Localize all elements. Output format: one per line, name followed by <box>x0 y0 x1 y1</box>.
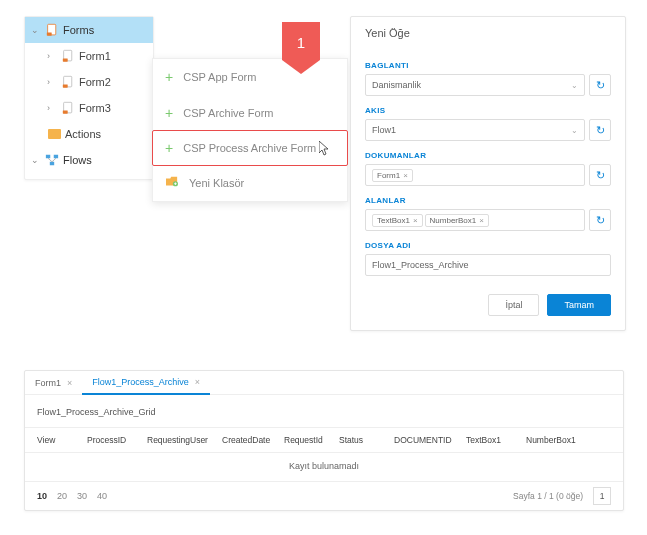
baglanti-select[interactable]: Danismanlik ⌄ <box>365 74 585 96</box>
akis-select[interactable]: Flow1 ⌄ <box>365 119 585 141</box>
dosya-adi-input[interactable]: Flow1_Process_Archive <box>365 254 611 276</box>
field-label-alanlar: ALANLAR <box>365 196 611 205</box>
tree-view: ⌄ Forms › Form1 › Form2 › Form3 Actions … <box>24 16 154 180</box>
tree-label: Form2 <box>79 76 111 88</box>
col-status[interactable]: Status <box>339 435 394 445</box>
col-processid[interactable]: ProcessID <box>87 435 147 445</box>
chevron-down-icon: ⌄ <box>571 126 578 135</box>
context-menu: + CSP App Form + CSP Archive Form + CSP … <box>152 58 348 202</box>
col-numberbox1[interactable]: NumberBox1 <box>526 435 596 445</box>
menu-label: CSP Archive Form <box>183 107 273 119</box>
col-createddate[interactable]: CreatedDate <box>222 435 284 445</box>
page-size-40[interactable]: 40 <box>97 491 107 501</box>
close-icon[interactable]: × <box>479 216 484 225</box>
form-icon <box>61 49 75 63</box>
tag[interactable]: TextBox1× <box>372 214 423 227</box>
tree-label: Flows <box>63 154 92 166</box>
svg-rect-5 <box>62 84 67 87</box>
tab-flow1-process-archive[interactable]: Flow1_Process_Archive × <box>82 371 210 395</box>
tree-label: Form3 <box>79 102 111 114</box>
pager: Sayfa 1 / 1 (0 öğe) 1 <box>513 487 611 505</box>
chevron-right-icon: › <box>47 77 57 87</box>
svg-rect-3 <box>62 58 67 61</box>
tree-node-form2[interactable]: › Form2 <box>25 69 153 95</box>
tab-bar: Form1 × Flow1_Process_Archive × <box>25 371 623 395</box>
svg-rect-1 <box>46 32 51 35</box>
folder-icon <box>47 127 61 141</box>
cancel-button[interactable]: İptal <box>488 294 539 316</box>
plus-icon: + <box>165 140 173 156</box>
svg-rect-10 <box>50 162 54 166</box>
tag[interactable]: NumberBox1× <box>425 214 489 227</box>
tree-node-form3[interactable]: › Form3 <box>25 95 153 121</box>
tree-label: Actions <box>65 128 101 140</box>
alanlar-tagbox[interactable]: TextBox1× NumberBox1× <box>365 209 585 231</box>
tree-node-actions[interactable]: Actions <box>25 121 153 147</box>
menu-label: CSP App Form <box>183 71 256 83</box>
chevron-down-icon: ⌄ <box>571 81 578 90</box>
col-textbox1[interactable]: TextBox1 <box>466 435 526 445</box>
col-documentid[interactable]: DOCUMENTID <box>394 435 466 445</box>
close-icon[interactable]: × <box>403 171 408 180</box>
grid-title: Flow1_Process_Archive_Grid <box>25 395 623 427</box>
field-label-dosya: DOSYA ADI <box>365 241 611 250</box>
col-requestinguser[interactable]: RequestingUser <box>147 435 222 445</box>
flows-icon <box>45 153 59 167</box>
new-item-dialog: Yeni Öğe BAGLANTI Danismanlik ⌄ ↻ AKIS F… <box>350 16 626 331</box>
tag[interactable]: Form1× <box>372 169 413 182</box>
menu-item-new-folder[interactable]: Yeni Klasör <box>153 165 347 201</box>
tree-node-forms[interactable]: ⌄ Forms <box>25 17 153 43</box>
tree-label: Form1 <box>79 50 111 62</box>
menu-item-csp-process-archive-form[interactable]: + CSP Process Archive Form <box>152 130 348 166</box>
page-size-selector: 10 20 30 40 <box>37 491 107 501</box>
form-icon <box>61 101 75 115</box>
form-icon <box>61 75 75 89</box>
svg-line-11 <box>48 158 52 162</box>
dialog-title: Yeni Öğe <box>351 17 625 55</box>
page-size-10[interactable]: 10 <box>37 491 47 501</box>
refresh-button[interactable]: ↻ <box>589 119 611 141</box>
refresh-button[interactable]: ↻ <box>589 164 611 186</box>
menu-label: CSP Process Archive Form <box>183 142 316 154</box>
menu-item-csp-archive-form[interactable]: + CSP Archive Form <box>153 95 347 131</box>
tree-node-flows[interactable]: ⌄ Flows <box>25 147 153 173</box>
plus-icon: + <box>165 69 173 85</box>
svg-rect-9 <box>54 155 58 159</box>
col-view[interactable]: View <box>37 435 87 445</box>
grid-panel: Form1 × Flow1_Process_Archive × Flow1_Pr… <box>24 370 624 511</box>
svg-rect-7 <box>62 110 67 113</box>
chevron-right-icon: › <box>47 51 57 61</box>
plus-icon: + <box>165 105 173 121</box>
forms-icon <box>45 23 59 37</box>
col-requestid[interactable]: RequestId <box>284 435 339 445</box>
chevron-down-icon: ⌄ <box>31 155 41 165</box>
grid-header: View ProcessID RequestingUser CreatedDat… <box>25 427 623 453</box>
refresh-button[interactable]: ↻ <box>589 209 611 231</box>
page-size-30[interactable]: 30 <box>77 491 87 501</box>
dokumanlar-tagbox[interactable]: Form1× <box>365 164 585 186</box>
close-icon[interactable]: × <box>195 377 200 387</box>
step-badge-1: 1 <box>282 22 320 74</box>
chevron-right-icon: › <box>47 103 57 113</box>
tree-label: Forms <box>63 24 94 36</box>
field-label-dokumanlar: DOKUMANLAR <box>365 151 611 160</box>
close-icon[interactable]: × <box>67 378 72 388</box>
ok-button[interactable]: Tamam <box>547 294 611 316</box>
page-size-20[interactable]: 20 <box>57 491 67 501</box>
new-folder-icon <box>165 176 179 190</box>
svg-line-12 <box>52 158 56 162</box>
cursor-icon <box>319 141 331 159</box>
tree-node-form1[interactable]: › Form1 <box>25 43 153 69</box>
field-label-akis: AKIS <box>365 106 611 115</box>
page-button-1[interactable]: 1 <box>593 487 611 505</box>
svg-rect-8 <box>46 155 50 159</box>
page-info: Sayfa 1 / 1 (0 öğe) <box>513 491 583 501</box>
tab-form1[interactable]: Form1 × <box>25 371 82 394</box>
chevron-down-icon: ⌄ <box>31 25 41 35</box>
grid-empty-message: Kayıt bulunamadı <box>25 453 623 482</box>
field-label-baglanti: BAGLANTI <box>365 61 611 70</box>
close-icon[interactable]: × <box>413 216 418 225</box>
refresh-button[interactable]: ↻ <box>589 74 611 96</box>
menu-label: Yeni Klasör <box>189 177 244 189</box>
